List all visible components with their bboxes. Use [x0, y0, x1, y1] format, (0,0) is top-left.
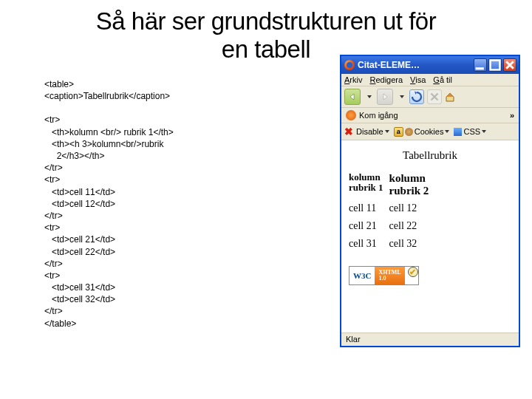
svg-rect-1: [491, 61, 500, 70]
nav-toolbar: [341, 86, 519, 108]
close-button[interactable]: [503, 58, 516, 72]
browser-window: Citat-ELEME… Arkiv Redigera Visa Gå til: [340, 55, 520, 347]
titlebar: Citat-ELEME…: [341, 56, 519, 74]
firefox-icon: [344, 60, 355, 70]
reload-button[interactable]: [409, 89, 424, 104]
rendered-table: kolumnrubrik 1 kolumnrubrik 2 cell 11cel…: [349, 171, 434, 251]
window-title: Citat-ELEME…: [358, 60, 474, 70]
table-caption: Tabellrubrik: [349, 149, 511, 162]
menu-ga-til[interactable]: Gå til: [433, 75, 452, 84]
back-button[interactable]: [344, 89, 361, 105]
html-code-sample: <table> <caption>Tabellrubrik</caption> …: [44, 64, 266, 330]
menu-arkiv[interactable]: Arkiv: [344, 75, 362, 84]
w3c-text: W3C: [349, 267, 375, 284]
title-line-2: en tabell: [222, 35, 310, 63]
tool-css[interactable]: CSS: [454, 127, 486, 136]
bookmark-icon: [346, 110, 356, 120]
webdev-toolbar: ✖ Disable aCookies CSS: [341, 123, 519, 140]
w3c-xhtml-text: XHTML1.0: [375, 267, 404, 284]
cookies-icon: a: [394, 127, 403, 137]
table-row: cell 11cell 12: [349, 198, 434, 216]
forward-dropdown[interactable]: [396, 89, 406, 105]
css-icon: [454, 128, 462, 136]
menu-redigera[interactable]: Redigera: [369, 75, 403, 84]
w3c-check-icon: ✔: [408, 267, 418, 277]
cookie-icon: [405, 128, 413, 136]
table-row: cell 21cell 22: [349, 216, 434, 233]
back-dropdown[interactable]: [364, 89, 374, 105]
stop-button[interactable]: [427, 89, 442, 104]
page-viewport: Tabellrubrik kolumnrubrik 1 kolumnrubrik…: [341, 140, 519, 332]
tool-cookies[interactable]: aCookies: [394, 127, 450, 137]
w3c-validator-badge[interactable]: W3C XHTML1.0 ✔: [349, 266, 419, 285]
col-header-2: kolumnrubrik 2: [389, 171, 435, 198]
minimize-button[interactable]: [474, 58, 487, 72]
bookmark-kom-igang[interactable]: Kom igång: [359, 111, 398, 120]
menu-visa[interactable]: Visa: [410, 75, 426, 84]
slide-title: Så här ser grundstrukturen ut för en tab…: [0, 0, 532, 64]
disable-icon: ✖: [344, 126, 353, 137]
home-icon[interactable]: [445, 92, 455, 102]
bookmark-overflow[interactable]: »: [510, 111, 514, 120]
col-header-1: kolumnrubrik 1: [349, 171, 389, 198]
bookmark-bar: Kom igång »: [341, 108, 519, 123]
forward-button[interactable]: [377, 89, 393, 105]
maximize-button[interactable]: [488, 58, 502, 72]
status-bar: Klar: [341, 332, 519, 346]
menu-bar: Arkiv Redigera Visa Gå til: [341, 74, 519, 86]
status-text: Klar: [346, 335, 361, 344]
svg-rect-0: [476, 67, 484, 69]
tool-disable[interactable]: Disable: [356, 127, 389, 136]
title-line-1: Så här ser grundstrukturen ut för: [96, 7, 436, 35]
table-row: cell 31cell 32: [349, 233, 434, 251]
